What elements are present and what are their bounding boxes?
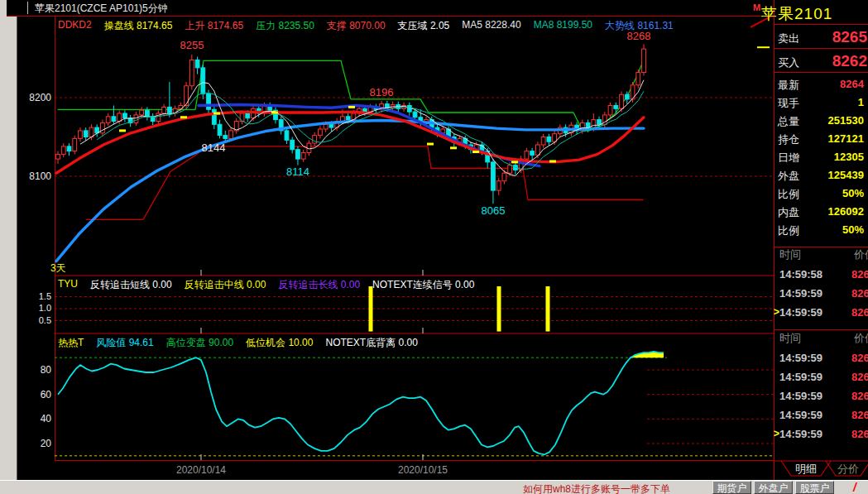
quote-info-section: 最新8264现手1总量251530持仓127121日增12305外盘125439… bbox=[774, 73, 868, 247]
quote-info-value: 1 bbox=[858, 96, 864, 108]
trade-time: 14:59:59 bbox=[779, 390, 822, 402]
candle bbox=[530, 148, 535, 160]
tape-row: >14:59:598262 bbox=[774, 304, 868, 323]
quote-info-row: 持仓127121 bbox=[774, 129, 866, 147]
current-row-marker: > bbox=[774, 306, 779, 318]
candle bbox=[234, 118, 238, 134]
indicator-item: 风险值 94.61 bbox=[96, 336, 153, 348]
candle bbox=[106, 113, 110, 126]
account-button-1[interactable]: 期货户 bbox=[712, 481, 751, 494]
candle bbox=[128, 115, 132, 127]
account-button-3[interactable]: 股票户 bbox=[795, 481, 834, 494]
period-label: 3天 bbox=[50, 261, 66, 276]
price-annotation: 8114 bbox=[286, 165, 309, 178]
tab-label[interactable]: 明细 bbox=[795, 463, 817, 475]
panel3-indicator-header: 热热T风险值 94.61高位变盘 90.00低位机会 10.00NOTEXT底背… bbox=[58, 336, 418, 348]
overbought-fill bbox=[196, 352, 664, 357]
price-chart-canvas[interactable]: 825582688196814481148065 bbox=[55, 17, 774, 461]
candle bbox=[167, 82, 171, 118]
candle bbox=[134, 112, 138, 126]
candle bbox=[151, 113, 155, 125]
candle bbox=[290, 137, 295, 154]
quote-info-row: 内盘126092 bbox=[774, 202, 866, 220]
tape-row: 14:59:588261 bbox=[774, 266, 868, 285]
candle bbox=[73, 136, 77, 155]
candle bbox=[274, 107, 278, 123]
candle bbox=[279, 117, 283, 135]
panel3-y-tick: 20 bbox=[15, 438, 51, 449]
ask-price: 8265 bbox=[832, 28, 867, 46]
tab-label[interactable]: 分价 bbox=[837, 463, 859, 475]
quote-info-row: 外盘125439 bbox=[774, 165, 866, 184]
indicator-item: MA8 8199.50 bbox=[534, 19, 592, 31]
quote-info-value: 50% bbox=[842, 223, 864, 236]
quote-info-label: 持仓 bbox=[778, 132, 799, 147]
price-annotation: 8196 bbox=[370, 86, 394, 98]
price-annotation: 8268 bbox=[627, 30, 651, 42]
indicator-item: 高位变盘 90.00 bbox=[166, 336, 233, 348]
quote-info-label: 最新 bbox=[778, 78, 799, 93]
quote-info-value: 50% bbox=[842, 187, 864, 199]
bottom-bar: 如何用wh8进行多账号一带多下单 期货户外盘户股票户 / bbox=[0, 480, 868, 494]
candle bbox=[212, 106, 216, 130]
tape-header-price: 价位 bbox=[854, 331, 868, 346]
indicator-item: 大势线 8161.31 bbox=[605, 19, 674, 31]
panel2-indicator-header: TYU反转追击短线 0.00反转追击中线 0.00反转追击长线 0.00NOTE… bbox=[58, 278, 474, 290]
quote-info-label: 总量 bbox=[778, 114, 799, 129]
candle bbox=[173, 106, 177, 117]
quote-info-value: 127121 bbox=[828, 132, 864, 145]
indicator-item: 操盘线 8174.65 bbox=[104, 19, 173, 31]
account-button-2[interactable]: 外盘户 bbox=[754, 481, 793, 494]
indicator-item: TYU bbox=[58, 278, 78, 290]
quote-info-row: 现手1 bbox=[774, 93, 866, 111]
panel3-y-tick: 60 bbox=[15, 389, 51, 400]
chart-title: 苹果2101(CZCE AP101)5分钟 bbox=[35, 2, 168, 16]
indicator-item: 反转追击短线 0.00 bbox=[90, 278, 172, 290]
main-indicator-header: DDKD2操盘线 8174.65上升 8174.65压力 8235.50支撑 8… bbox=[58, 19, 674, 31]
indicator-item: 反转追击中线 0.00 bbox=[185, 278, 266, 290]
candle bbox=[123, 110, 127, 122]
candle bbox=[492, 159, 496, 204]
bid-label: 买入 bbox=[778, 55, 799, 70]
current-row-marker: > bbox=[774, 428, 779, 439]
indicator-item: MA5 8228.40 bbox=[462, 19, 520, 31]
candle bbox=[296, 146, 300, 165]
quote-info-label: 比例 bbox=[778, 187, 799, 202]
quote-info-label: 内盘 bbox=[778, 205, 799, 220]
tape-row: >14:59:598264 bbox=[774, 425, 868, 444]
panel2-y-tick: 0.5 bbox=[15, 315, 51, 325]
candle bbox=[162, 104, 166, 117]
quote-info-label: 日增 bbox=[778, 151, 799, 165]
detail-tabs[interactable]: 明细分价 bbox=[774, 460, 868, 478]
help-link[interactable]: 如何用wh8进行多账号一带多下单 bbox=[523, 482, 670, 494]
tape-header-time: 时间 bbox=[779, 331, 801, 346]
tape-row: 14:59:598261 bbox=[774, 406, 868, 425]
quote-info-value: 12305 bbox=[834, 151, 864, 163]
trade-price: 8262 bbox=[851, 287, 868, 300]
indicator-item: 低位机会 10.00 bbox=[246, 336, 313, 348]
tape-row: 14:59:598262 bbox=[774, 349, 868, 368]
quote-info-value: 251530 bbox=[828, 114, 864, 127]
ask-row: 卖出 8265 bbox=[774, 26, 868, 49]
trade-price: 8262 bbox=[851, 352, 868, 364]
main-y-tick: 8100 bbox=[15, 170, 51, 182]
signal-bar bbox=[369, 286, 373, 332]
candle bbox=[112, 106, 116, 125]
quote-info-label: 比例 bbox=[778, 223, 799, 238]
indicator-item: 热热T bbox=[58, 336, 84, 348]
quote-info-row: 总量251530 bbox=[774, 111, 866, 129]
indicator-item: NOTEXT连续信号 0.00 bbox=[372, 278, 474, 290]
trade-time: 14:59:59 bbox=[779, 371, 822, 383]
support-line bbox=[86, 146, 643, 219]
contract-header: M 苹果2101 bbox=[774, 1, 868, 25]
candle bbox=[95, 124, 99, 137]
bid-price: 8262 bbox=[832, 52, 867, 70]
candle bbox=[67, 143, 71, 156]
trade-price: 8261 bbox=[851, 268, 868, 281]
candle bbox=[101, 120, 105, 137]
candle bbox=[56, 151, 60, 164]
trade-price: 8262 bbox=[851, 390, 868, 402]
indicator-item: 反转追击长线 0.00 bbox=[278, 278, 360, 290]
trade-time: 14:59:59 bbox=[779, 352, 822, 364]
price-annotation: 8065 bbox=[482, 204, 506, 217]
